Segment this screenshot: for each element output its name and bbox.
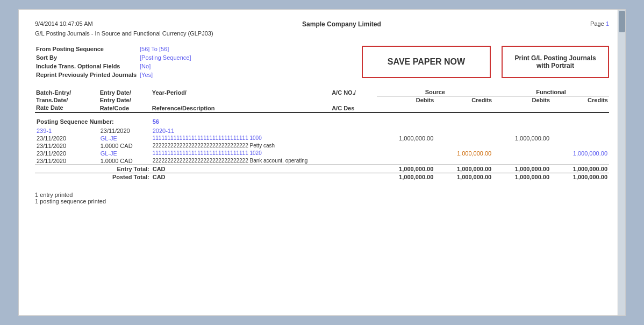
col-h-blank (151, 96, 331, 104)
params-table: From Posting Sequence [56] To [56] Sort … (35, 44, 194, 80)
entry-blank (331, 165, 377, 173)
cell-code4: GL-JE (99, 150, 151, 157)
save-paper-button[interactable]: SAVE PAPER NOW (362, 46, 491, 78)
journal-data-table: Posting Sequence Number: 56 239-1 23/11/… (35, 115, 609, 181)
table-row: 23/11/2020 GL-JE 11111111111111111111111… (35, 135, 609, 142)
posted-src-deb: 1,000,000.00 (377, 173, 435, 181)
cell-ref: 11111111111111111111111111111111 1000 (151, 135, 331, 142)
reprint-value: [Yes] (140, 71, 193, 79)
col-h-func-credits: Credits (551, 96, 609, 104)
cell-src-cred5 (435, 157, 493, 165)
cell-ac4 (331, 150, 377, 157)
cell-func-deb5 (493, 157, 551, 165)
cell-ac3 (331, 142, 377, 150)
cell-ac2 (331, 135, 377, 142)
col-h-blank6 (551, 104, 609, 112)
page-label: Page (590, 20, 604, 27)
posted-total-label: Posted Total: (35, 173, 151, 181)
posted-total-row: Posted Total: CAD 1,000,000.00 1,000,000… (35, 173, 609, 181)
col-h-src-credits: Credits (435, 96, 493, 104)
scrollbar[interactable] (618, 10, 625, 315)
table-row: 23/11/2020 GL-JE 11111111111111111111111… (35, 150, 609, 157)
entry-src-cred: 1,000,000.00 (435, 165, 493, 173)
cell-func-deb4 (493, 150, 551, 157)
col-h-func-debits: Debits (493, 96, 551, 104)
col-h-blank3 (377, 104, 435, 112)
entry-func-deb: 1,000,000.00 (493, 165, 551, 173)
col-h-blank4 (435, 104, 493, 112)
cell-func-deb: 1,000,000.00 (493, 135, 551, 142)
col-h-blank5 (493, 104, 551, 112)
report-date: 9/4/2014 10:47:05 AM (35, 20, 93, 27)
cell-ac (331, 127, 377, 135)
cell-src-deb (377, 127, 435, 135)
report-footer: 1 entry printed 1 posting sequence print… (35, 192, 609, 204)
cell-ref4: 11111111111111111111111111111111 1020 (151, 150, 331, 157)
cell-func-deb (493, 127, 551, 135)
cell-src-deb5 (377, 157, 435, 165)
entry-src-deb: 1,000,000.00 (377, 165, 435, 173)
include-trans-value: [No] (140, 62, 193, 70)
col-h-yearperiod: Year-Period/ (151, 88, 331, 96)
table-row: 23/11/2020 1.0000 CAD 222222222222222222… (35, 157, 609, 165)
cell-date3: 23/11/2020 (35, 142, 99, 150)
cell-src-deb3 (377, 142, 435, 150)
company-name: Sample Company Limited (302, 20, 381, 28)
posted-blank (331, 173, 377, 181)
col-h-acdes: A/C Des (331, 104, 377, 112)
report-page: 9/4/2014 10:47:05 AM Sample Company Limi… (18, 9, 626, 316)
cell-src-cred (435, 127, 493, 135)
col-h-functional: Functional (493, 88, 609, 96)
footer-line1: 1 entry printed (35, 192, 609, 198)
entry-total-row: Entry Total: CAD 1,000,000.00 1,000,000.… (35, 165, 609, 173)
page-number: Page 1 (590, 20, 609, 27)
cell-src-deb4 (377, 150, 435, 157)
scrollbar-thumb[interactable] (619, 11, 625, 32)
print-portrait-button[interactable]: Print G/L Posting Journals with Portrait (502, 46, 609, 78)
cell-yearperiod: 2020-11 (151, 127, 331, 135)
from-seq-label: From Posting Sequence (36, 45, 139, 53)
cell-date: 23/11/2020 (35, 135, 99, 142)
cell-src-deb: 1,000,000.00 (377, 135, 435, 142)
posting-seq-row: Posting Sequence Number: 56 (35, 115, 609, 127)
col-h-blank2 (331, 96, 377, 104)
posting-seq-label: Posting Sequence Number: (35, 115, 151, 127)
col-h-ratedate: Rate Date (35, 104, 99, 112)
sort-by-value: [Posting Sequence] (140, 54, 193, 61)
posting-seq-value: 56 (151, 115, 331, 127)
col-h-acno: A/C NO./ (331, 88, 377, 96)
col-h-refdesc: Reference/Description (151, 104, 331, 112)
cell-func-deb3 (493, 142, 551, 150)
reprint-label: Reprint Previously Printed Journals (36, 71, 139, 79)
cell-date5: 23/11/2020 (35, 157, 99, 165)
cell-func-cred4: 1,000,000.00 (551, 150, 609, 157)
entry-func-cred: 1,000,000.00 (551, 165, 609, 173)
cell-func-cred (551, 135, 609, 142)
cell-code: GL-JE (99, 135, 151, 142)
report-subtitle: G/L Posting Journals - In Source and Fun… (35, 30, 213, 37)
params-section: From Posting Sequence [56] To [56] Sort … (35, 44, 609, 80)
col-h-entrydate: Entry Date/ (99, 88, 151, 96)
report-header: 9/4/2014 10:47:05 AM Sample Company Limi… (35, 20, 609, 28)
include-trans-label: Include Trans. Optional Fields (36, 62, 139, 70)
column-headers: Batch-Entry/ Entry Date/ Year-Period/ A/… (35, 88, 609, 113)
table-row: 239-1 23/11/2020 2020-11 (35, 127, 609, 135)
posted-func-deb: 1,000,000.00 (493, 173, 551, 181)
sort-by-label: Sort By (36, 54, 139, 61)
col-h-entrydate2: Entry Date/ (99, 96, 151, 104)
cell-func-cred3 (551, 142, 609, 150)
col-h-transdate: Trans.Date/ (35, 96, 99, 104)
col-h-ratecode: Rate/Code (99, 104, 151, 112)
entry-total-cad: CAD (151, 165, 331, 173)
cell-src-cred4: 1,000,000.00 (435, 150, 493, 157)
report-subheader: G/L Posting Journals - In Source and Fun… (35, 30, 609, 37)
footer-line2: 1 posting sequence printed (35, 198, 609, 204)
cell-src-cred3 (435, 142, 493, 150)
cell-code3: 1.0000 CAD (99, 142, 151, 150)
col-h-src-debits: Debits (377, 96, 435, 104)
cell-func-cred5 (551, 157, 609, 165)
cell-src-cred (435, 135, 493, 142)
cell-ref3: 22222222222222222222222222222222 Petty c… (151, 142, 331, 150)
col-h-source: Source (377, 88, 493, 96)
cell-date4: 23/11/2020 (35, 150, 99, 157)
